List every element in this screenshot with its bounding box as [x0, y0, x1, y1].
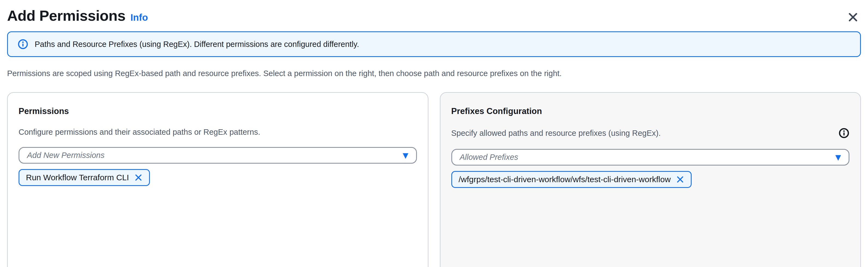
add-permissions-modal: Add Permissions Info Paths and Resource … — [0, 0, 868, 267]
caret-down-icon: ▼ — [835, 154, 841, 161]
dropdown-placeholder: Add New Permissions — [27, 151, 104, 160]
banner-text: Paths and Resource Prefixes (using RegEx… — [35, 40, 359, 49]
add-new-permissions-dropdown[interactable]: Add New Permissions ▼ — [19, 147, 417, 164]
prefixes-subtitle-row: Specify allowed paths and resource prefi… — [451, 128, 850, 138]
caret-down-icon: ▼ — [403, 152, 408, 159]
allowed-prefixes-dropdown[interactable]: Allowed Prefixes ▼ — [451, 149, 850, 166]
dropdown-placeholder: Allowed Prefixes — [460, 153, 518, 162]
close-x-icon — [676, 175, 684, 183]
permissions-panel: Permissions Configure permissions and th… — [7, 92, 428, 267]
prefix-chip-remove-button[interactable] — [676, 175, 684, 183]
prefixes-chip-row: /wfgrps/test-cli-driven-workflow/wfs/tes… — [451, 171, 850, 188]
prefixes-panel-title: Prefixes Configuration — [451, 106, 850, 116]
prefixes-panel-subtitle: Specify allowed paths and resource prefi… — [451, 129, 661, 138]
permissions-subtitle-row: Configure permissions and their associat… — [19, 128, 417, 137]
info-circle-icon — [838, 128, 849, 138]
title-wrap: Add Permissions Info — [7, 8, 148, 24]
close-icon — [847, 12, 859, 23]
permission-chip-label: Run Workflow Terraform CLI — [26, 173, 129, 182]
permission-chip: Run Workflow Terraform CLI — [19, 169, 150, 186]
permissions-panel-subtitle: Configure permissions and their associat… — [19, 128, 260, 137]
prefixes-panel: Prefixes Configuration Specify allowed p… — [440, 92, 861, 267]
info-banner: Paths and Resource Prefixes (using RegEx… — [7, 31, 861, 57]
close-button[interactable] — [847, 11, 859, 24]
prefix-chip-label: /wfgrps/test-cli-driven-workflow/wfs/tes… — [459, 175, 671, 184]
page-title: Add Permissions — [7, 8, 126, 24]
info-circle-icon — [18, 39, 28, 49]
panels-row: Permissions Configure permissions and th… — [7, 92, 861, 267]
permission-chip-remove-button[interactable] — [134, 173, 143, 181]
modal-description: Permissions are scoped using RegEx-based… — [7, 69, 861, 78]
permissions-panel-title: Permissions — [19, 106, 417, 116]
permissions-chip-row: Run Workflow Terraform CLI — [19, 169, 417, 186]
close-x-icon — [134, 173, 143, 181]
info-link[interactable]: Info — [130, 12, 148, 23]
prefixes-info-button[interactable] — [838, 128, 849, 138]
modal-header: Add Permissions Info — [7, 0, 861, 24]
prefix-chip: /wfgrps/test-cli-driven-workflow/wfs/tes… — [451, 171, 692, 188]
